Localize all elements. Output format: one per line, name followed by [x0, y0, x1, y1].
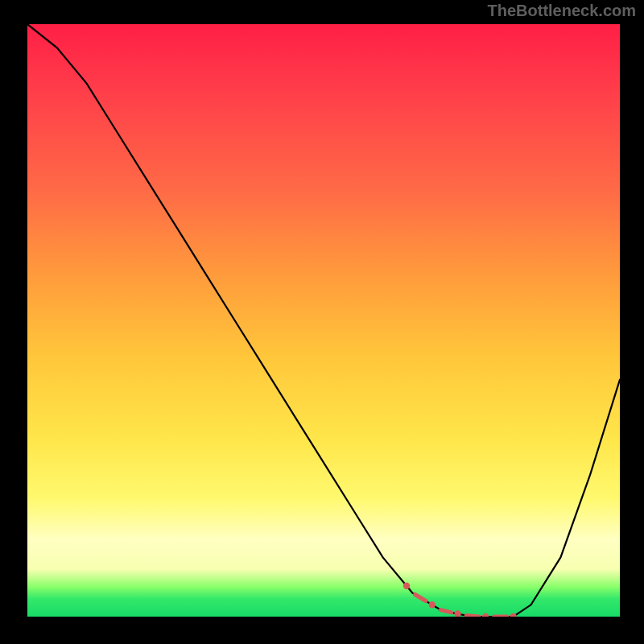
trough-marker-dot	[482, 613, 489, 617]
chart-svg	[27, 24, 620, 617]
trough-marker-dash	[440, 610, 451, 613]
trough-marker-dash	[466, 616, 479, 617]
trough-marker-dot	[403, 583, 410, 589]
trough-markers	[403, 583, 517, 617]
watermark-text: TheBottleneck.com	[488, 2, 636, 20]
chart-container: TheBottleneck.com	[0, 0, 644, 644]
curve-line	[27, 24, 620, 617]
trough-marker-dot	[454, 610, 460, 617]
plot-area	[27, 24, 620, 617]
trough-marker-dash	[415, 595, 426, 601]
trough-marker-dot	[510, 613, 516, 617]
trough-marker-dot	[429, 601, 436, 608]
